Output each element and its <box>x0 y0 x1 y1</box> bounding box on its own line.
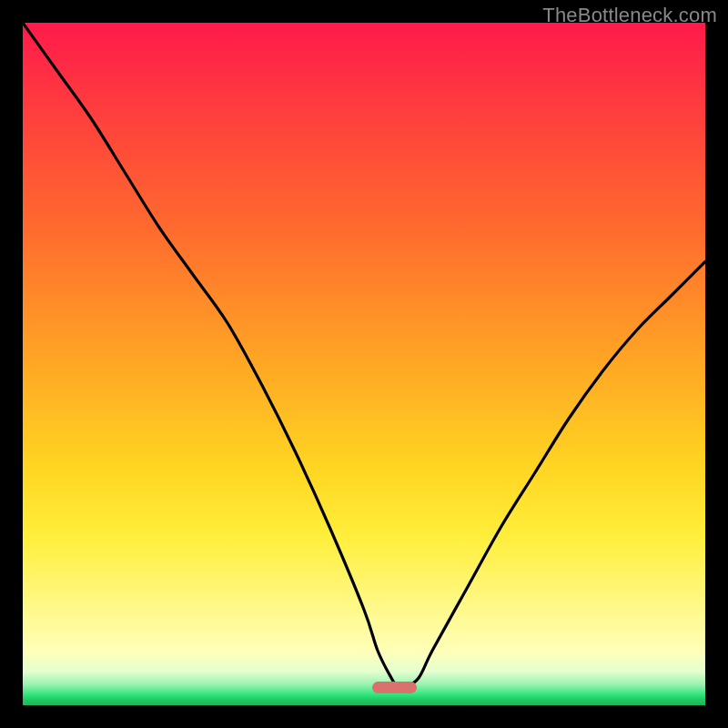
chart-frame: TheBottleneck.com <box>0 0 728 728</box>
curve-path <box>23 23 705 689</box>
bottleneck-curve <box>23 23 705 705</box>
watermark-text: TheBottleneck.com <box>542 4 717 27</box>
optimum-marker <box>372 682 417 693</box>
plot-area <box>23 23 705 705</box>
